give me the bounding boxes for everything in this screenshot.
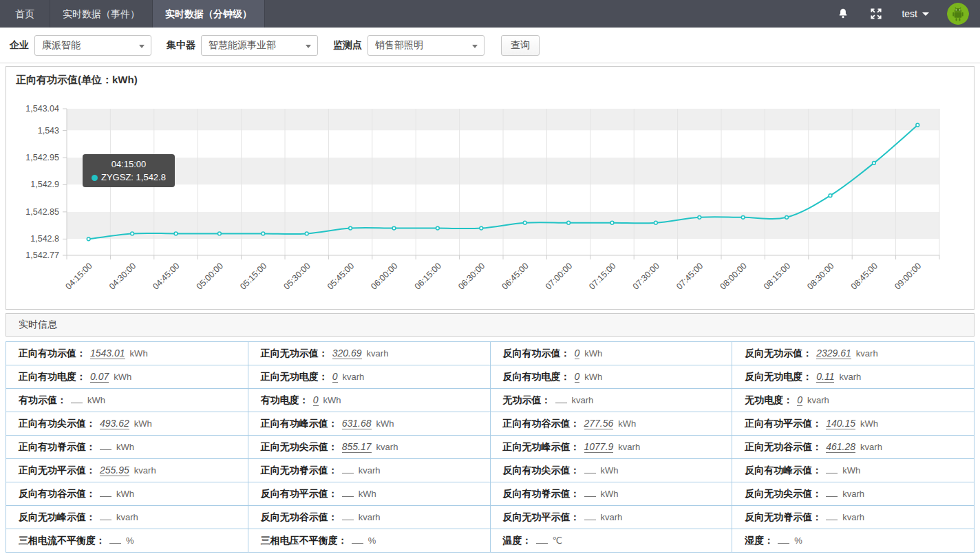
metric-unit: kWh xyxy=(376,418,394,429)
metric-label: 正向无功示值： xyxy=(261,348,328,359)
data-point[interactable] xyxy=(610,221,614,224)
data-point[interactable] xyxy=(392,226,396,230)
metric-value[interactable]: 0.11 xyxy=(816,371,834,383)
data-point[interactable] xyxy=(262,232,265,235)
query-button[interactable]: 查询 xyxy=(501,35,540,56)
data-point[interactable] xyxy=(741,215,745,219)
metric-unit: kvarh xyxy=(359,512,381,522)
metric-value[interactable]: 493.62 xyxy=(100,418,129,429)
metric-unit: kWh xyxy=(114,372,131,382)
metric-label: 反向无功谷示值： xyxy=(261,511,338,522)
metric-value[interactable] xyxy=(71,394,83,403)
metric-value[interactable]: 2329.61 xyxy=(816,348,851,359)
metric-value[interactable]: 855.17 xyxy=(342,441,372,453)
metric-value[interactable]: 1543.01 xyxy=(90,348,125,359)
data-point[interactable] xyxy=(218,232,222,235)
data-point[interactable] xyxy=(698,215,701,219)
data-point[interactable] xyxy=(131,232,134,235)
metric-value[interactable]: 320.69 xyxy=(332,348,362,359)
metric-value[interactable] xyxy=(536,535,548,544)
metric-value[interactable] xyxy=(342,488,354,497)
metric-unit: kWh xyxy=(601,465,619,476)
metric-value[interactable]: 0.07 xyxy=(90,371,109,383)
user-menu[interactable]: test xyxy=(902,8,929,19)
metric-value[interactable]: 277.56 xyxy=(584,418,614,429)
bell-icon[interactable] xyxy=(835,6,851,21)
metric-value[interactable]: 1077.9 xyxy=(584,441,614,453)
metric-value[interactable] xyxy=(100,511,111,520)
nav-tab-1[interactable]: 实时数据（事件） xyxy=(50,0,153,28)
metric-value[interactable] xyxy=(778,535,789,544)
metric-value[interactable]: 461.28 xyxy=(826,441,855,453)
data-point[interactable] xyxy=(305,232,308,235)
metric-value[interactable] xyxy=(342,465,354,473)
filter-fields: 企业康派智能集中器智慧能源事业部监测点销售部照明 xyxy=(10,35,500,56)
metric-cell: 反向有功示值：0kWh xyxy=(490,342,732,365)
metric-value[interactable]: 0 xyxy=(575,371,580,383)
fullscreen-icon[interactable] xyxy=(869,6,884,21)
data-point[interactable] xyxy=(785,215,789,219)
data-point[interactable] xyxy=(654,221,658,224)
metric-value[interactable]: 255.95 xyxy=(100,465,129,476)
data-point[interactable] xyxy=(567,221,571,224)
metric-value[interactable] xyxy=(584,488,596,497)
metric-value[interactable] xyxy=(555,394,567,403)
data-point[interactable] xyxy=(523,221,526,224)
metric-value[interactable]: 0 xyxy=(332,371,338,383)
nav-tab-0[interactable]: 首页 xyxy=(0,0,50,28)
table-row: 反向无功峰示值：kvarh反向无功谷示值：kvarh反向无功平示值：kvarh反… xyxy=(6,506,974,529)
y-tick-label: 1,542.85 xyxy=(25,207,59,217)
metric-value[interactable] xyxy=(342,511,354,520)
metric-unit: kWh xyxy=(323,395,341,405)
filter-bar: 企业康派智能集中器智慧能源事业部监测点销售部照明 查询 xyxy=(0,28,980,63)
metric-value[interactable] xyxy=(352,535,363,544)
data-point[interactable] xyxy=(873,161,876,164)
chart-title: 正向有功示值(单位：kWh) xyxy=(16,74,974,89)
filter-dropdown-1[interactable]: 智慧能源事业部 xyxy=(201,35,318,56)
x-tick-label: 06:15:00 xyxy=(413,261,443,291)
data-point[interactable] xyxy=(174,232,178,235)
metric-value[interactable]: 0 xyxy=(313,394,319,406)
android-avatar-icon[interactable] xyxy=(947,3,969,25)
metric-unit: kWh xyxy=(130,348,148,359)
metric-value[interactable] xyxy=(100,488,111,497)
metric-cell: 正向无功峰示值：1077.9kvarh xyxy=(490,436,732,459)
line-chart[interactable]: 1,543.041,5431,542.951,542.91,542.851,54… xyxy=(6,89,972,309)
data-point[interactable] xyxy=(480,226,483,230)
metric-unit: kvarh xyxy=(807,395,829,405)
x-tick-label: 08:45:00 xyxy=(849,261,880,291)
metric-cell: 正向有功尖示值：493.62kWh xyxy=(6,412,248,436)
data-point[interactable] xyxy=(829,194,832,198)
metric-cell: 正向无功平示值：255.95kvarh xyxy=(6,459,248,482)
metric-cell: 反向无功电度：0.11kvarh xyxy=(732,365,974,389)
data-point[interactable] xyxy=(916,123,919,127)
metric-value[interactable] xyxy=(826,465,838,473)
metric-value[interactable]: 0 xyxy=(575,348,580,359)
metric-unit: % xyxy=(126,535,134,546)
metric-label: 无功电度： xyxy=(745,394,793,405)
metric-value[interactable] xyxy=(584,465,596,473)
metric-value[interactable] xyxy=(109,535,121,544)
y-tick-label: 1,543 xyxy=(38,126,59,136)
metric-unit: % xyxy=(794,535,802,546)
data-point[interactable] xyxy=(349,226,352,230)
metric-value[interactable] xyxy=(584,511,596,520)
data-point[interactable] xyxy=(87,237,90,241)
metric-value[interactable] xyxy=(826,488,838,497)
metric-unit: kWh xyxy=(618,418,636,429)
metric-value[interactable]: 140.15 xyxy=(826,418,855,429)
metric-value[interactable] xyxy=(100,441,111,450)
x-tick-label: 04:15:00 xyxy=(64,261,94,291)
filter-dropdown-0[interactable]: 康派智能 xyxy=(34,35,151,56)
metric-value[interactable] xyxy=(826,511,838,520)
metric-cell: 反向无功峰示值：kvarh xyxy=(6,506,248,529)
metric-cell: 反向无功谷示值：kvarh xyxy=(248,506,490,529)
metric-value[interactable]: 0 xyxy=(797,394,802,406)
metric-value[interactable]: 631.68 xyxy=(342,418,372,429)
metric-label: 正向有功平示值： xyxy=(745,418,822,429)
data-point[interactable] xyxy=(436,226,440,230)
filter-dropdown-2[interactable]: 销售部照明 xyxy=(368,35,484,56)
nav-tab-2[interactable]: 实时数据（分钟级） xyxy=(153,0,265,28)
metric-cell: 三相电流不平衡度：% xyxy=(6,529,248,553)
metric-unit: kWh xyxy=(87,395,105,405)
